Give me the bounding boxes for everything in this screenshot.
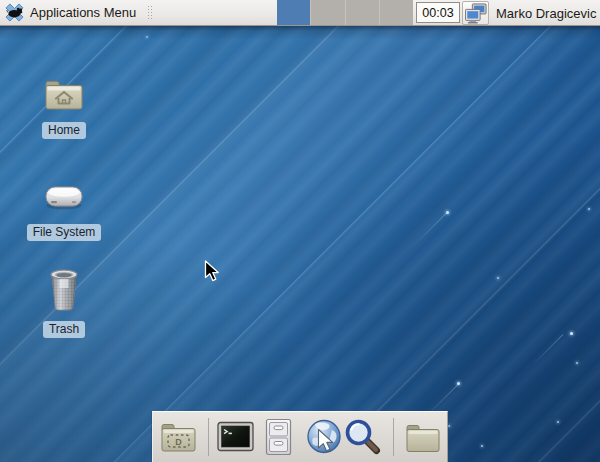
desktop-icon-trash[interactable]: Trash (18, 267, 110, 338)
top-panel: Applications Menu 00:03 (0, 0, 600, 26)
dock-item-terminal[interactable] (216, 418, 254, 456)
applications-menu-button[interactable]: Applications Menu (0, 0, 146, 25)
session-menu-button[interactable] (462, 1, 489, 25)
panel-grip-handle[interactable] (147, 5, 153, 21)
home-folder-icon (43, 77, 85, 116)
desktop-icon-label: Trash (43, 321, 85, 338)
clock: 00:03 (416, 2, 460, 23)
trash-can-icon (47, 267, 81, 317)
sparkle (576, 362, 578, 364)
sparkle (446, 211, 449, 214)
mouse-cursor (204, 260, 221, 287)
sparkle-streak (410, 212, 447, 249)
dock-item-application-finder[interactable] (343, 418, 381, 456)
desktop-icon-file-system[interactable]: File System (18, 184, 110, 241)
file-cabinet-icon (263, 418, 294, 456)
workspace-cell-2[interactable] (311, 0, 345, 25)
applications-menu-label: Applications Menu (30, 5, 136, 20)
session-username: Marko Dragicevic (496, 6, 600, 21)
sparkle (497, 277, 499, 279)
terminal-icon (217, 421, 254, 454)
workspace-cell-1[interactable] (277, 0, 311, 25)
magnifier-icon (343, 418, 381, 456)
dock-item-folder[interactable] (404, 418, 442, 456)
session-menu[interactable]: Marko Dragicevic (462, 0, 600, 26)
dock-separator (393, 418, 394, 456)
workspace-switcher (277, 0, 413, 25)
computer-workstation-icon (465, 3, 487, 24)
sparkle-streak (532, 334, 564, 366)
dock-item-file-manager[interactable] (260, 418, 298, 456)
desktop-icon-label: File System (27, 224, 102, 241)
sparkle (146, 36, 148, 38)
sparkle (457, 382, 460, 385)
dock-separator (208, 418, 209, 456)
workspace-cell-3[interactable] (346, 0, 380, 25)
dashed-folder-icon: D (160, 421, 197, 453)
workspace-cell-4[interactable] (380, 0, 413, 25)
desktop-icon-home[interactable]: Home (18, 77, 110, 139)
globe-pointer-icon (305, 418, 343, 456)
sparkle (448, 425, 450, 427)
dock-item-directory-menu[interactable]: D (160, 418, 198, 456)
xfce-mouse-logo-icon (5, 3, 24, 22)
hard-drive-icon (42, 184, 86, 215)
sparkle (570, 332, 573, 335)
dock-panel: D (152, 411, 448, 462)
desktop-wallpaper: Home File System (0, 26, 600, 462)
sparkle (481, 445, 483, 447)
folder-icon (405, 422, 441, 453)
directory-menu-badge: D (176, 437, 183, 447)
desktop-screen: Applications Menu 00:03 (0, 0, 600, 462)
desktop-icon-label: Home (42, 122, 86, 139)
sparkle (557, 421, 559, 423)
dock-item-web-browser[interactable] (305, 418, 343, 456)
sparkle (588, 208, 590, 210)
